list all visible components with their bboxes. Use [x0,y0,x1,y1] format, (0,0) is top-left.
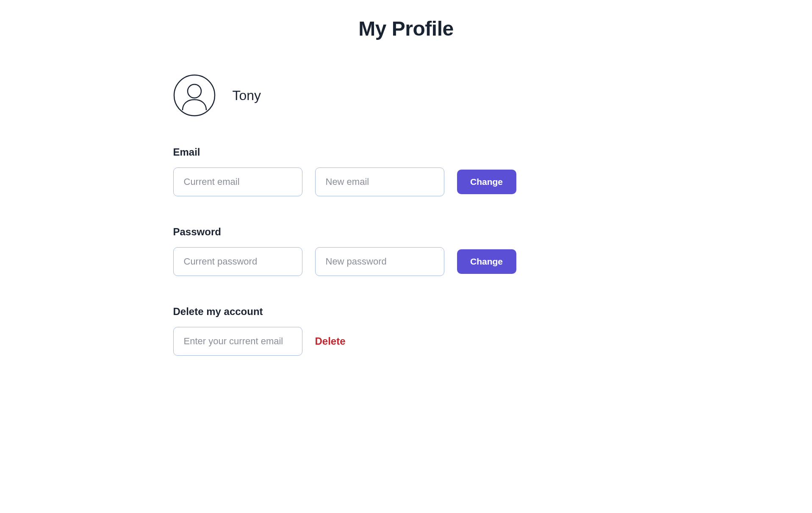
current-email-field[interactable] [173,167,302,196]
password-section-label: Password [173,226,639,238]
new-email-field[interactable] [315,167,444,196]
username-text: Tony [233,88,261,103]
delete-account-button[interactable]: Delete [315,335,346,347]
svg-point-1 [188,84,201,98]
delete-section-label: Delete my account [173,306,639,318]
avatar-icon [173,74,216,117]
svg-point-0 [174,75,215,116]
delete-account-section: Delete my account Delete [173,306,639,356]
delete-confirm-email-field[interactable] [173,327,302,356]
change-email-button[interactable]: Change [457,170,516,194]
password-section: Password Change [173,226,639,276]
email-section: Email Change [173,146,639,196]
current-password-field[interactable] [173,247,302,276]
new-password-field[interactable] [315,247,444,276]
change-password-button[interactable]: Change [457,249,516,274]
email-section-label: Email [173,146,639,158]
profile-header: Tony [173,74,639,117]
page-title: My Profile [173,17,639,40]
